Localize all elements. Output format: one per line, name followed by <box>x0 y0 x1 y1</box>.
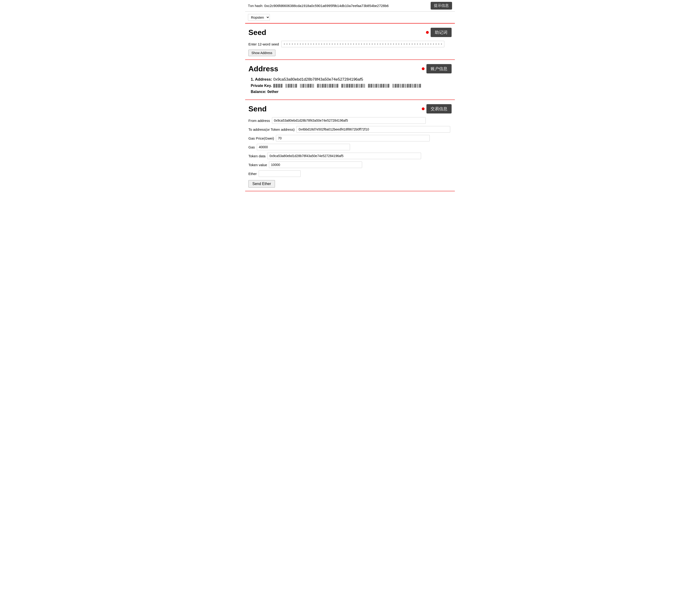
send-title: Send <box>248 105 267 113</box>
gas-price-label: Gas Price(Gwei) <box>248 136 274 140</box>
address-label: Address: <box>255 77 272 81</box>
gas-price-row: Gas Price(Gwei) <box>248 135 452 142</box>
seed-header: Seed 助记词 <box>248 28 452 37</box>
to-address-input[interactable] <box>296 126 450 133</box>
send-header: Send 交易信息 <box>248 104 452 114</box>
ether-label: Ether <box>248 172 257 176</box>
address-badge-wrap: 账户信息 <box>422 64 452 73</box>
seed-row: Enter 12-word seed <box>248 41 452 47</box>
private-key-value: ▓▓▓▓ ▒▓▓▒▓ ▒▓▒▓▓▒ ▓▒▓▓▒▓▓▒▓ ▓▒▓▓▓▒▓▒▓▒ ▓… <box>273 84 421 87</box>
ether-row: Ether <box>248 170 452 177</box>
seed-badge: 助记词 <box>431 28 452 37</box>
gas-row: Gas <box>248 144 452 150</box>
tooltip-badge: 提示信息 <box>431 2 452 9</box>
top-bar: Txn hash: 0xc2c906fd6606388cda1918a0c590… <box>245 0 455 11</box>
address-value: 0x9ca53a80ebd1d28b78f43a50e74e527284196a… <box>273 77 363 81</box>
ether-input[interactable] <box>259 170 301 177</box>
send-dot <box>422 107 425 110</box>
network-bar: Ropsten Mainnet Rinkeby Kovan <box>245 11 455 24</box>
address-dot <box>422 67 425 70</box>
send-badge-wrap: 交易信息 <box>422 104 452 114</box>
from-address-row: From address <box>248 117 452 124</box>
token-data-label: Token data <box>248 154 266 158</box>
token-value-input[interactable] <box>269 161 362 168</box>
token-value-label: Token value <box>248 163 267 167</box>
seed-section: Seed 助记词 Enter 12-word seed Show Address <box>245 24 455 60</box>
gas-input[interactable] <box>257 144 350 150</box>
send-badge: 交易信息 <box>426 104 452 114</box>
seed-input-label: Enter 12-word seed <box>248 42 279 46</box>
address-index: 1. <box>251 77 255 81</box>
address-header: Address 账户信息 <box>248 64 452 73</box>
token-data-row: Token data <box>248 153 452 159</box>
to-address-row: To address(or Token address) <box>248 126 452 133</box>
gas-label: Gas <box>248 145 255 149</box>
balance-label: Balance: <box>251 90 266 94</box>
seed-badge-wrap: 助记词 <box>426 28 452 37</box>
show-address-button[interactable]: Show Address <box>248 50 275 56</box>
network-select[interactable]: Ropsten Mainnet Rinkeby Kovan <box>248 14 270 21</box>
token-data-input[interactable] <box>267 153 421 159</box>
send-ether-button[interactable]: Send Ether <box>248 180 275 187</box>
address-line: 1. Address: 0x9ca53a80ebd1d28b78f43a50e7… <box>251 77 452 82</box>
from-address-label: From address <box>248 119 270 123</box>
seed-input[interactable] <box>281 41 444 47</box>
seed-title: Seed <box>248 28 266 37</box>
send-section: Send 交易信息 From address To address(or Tok… <box>245 100 455 191</box>
gas-price-input[interactable] <box>276 135 430 142</box>
address-badge: 账户信息 <box>426 64 452 73</box>
address-title: Address <box>248 65 278 73</box>
to-address-label: To address(or Token address) <box>248 127 295 131</box>
balance-line: Balance: 0ether <box>251 90 452 94</box>
address-item: 1. Address: 0x9ca53a80ebd1d28b78f43a50e7… <box>251 77 452 94</box>
from-address-input[interactable] <box>272 117 426 124</box>
balance-value: 0ether <box>267 90 278 94</box>
private-key-line: Private Key. ▓▓▓▓ ▒▓▓▒▓ ▒▓▒▓▓▒ ▓▒▓▓▒▓▓▒▓… <box>251 84 452 88</box>
seed-dot <box>426 31 429 34</box>
txn-hash: Txn hash: 0xc2c906fd6606388cda1918a0c590… <box>248 4 389 8</box>
private-key-label: Private Key. <box>251 84 272 88</box>
address-section: Address 账户信息 1. Address: 0x9ca53a80ebd1d… <box>245 60 455 100</box>
token-value-row: Token value <box>248 161 452 168</box>
